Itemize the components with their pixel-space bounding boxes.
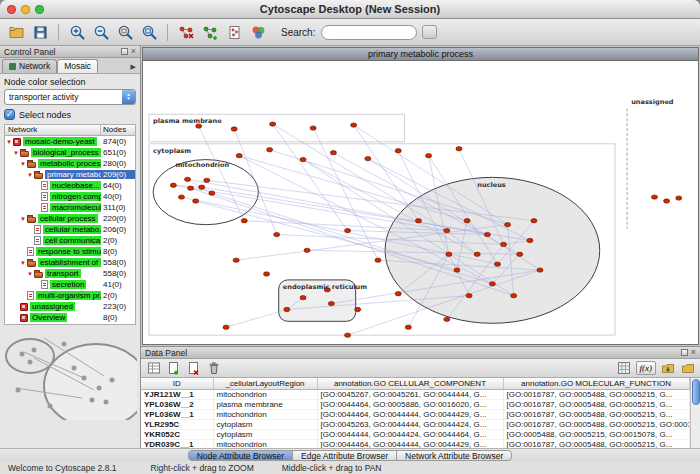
- network-node[interactable]: [511, 294, 517, 298]
- zoom-out-button[interactable]: [90, 21, 112, 43]
- network-node[interactable]: [236, 153, 242, 157]
- tab-mosaic[interactable]: Mosaic: [57, 59, 98, 73]
- network-node[interactable]: [270, 122, 276, 126]
- network-node[interactable]: [426, 153, 432, 157]
- tree-row[interactable]: ▼mosaic-demo-yeast874(0): [5, 136, 135, 147]
- select-attributes-button[interactable]: [145, 360, 162, 376]
- network-node[interactable]: [505, 223, 511, 227]
- network-node[interactable]: [264, 272, 270, 276]
- tree-row[interactable]: ▼biological_process651(0): [5, 147, 135, 158]
- create-attribute-button[interactable]: [165, 360, 182, 376]
- column-header[interactable]: ID: [141, 378, 213, 389]
- table-cell[interactable]: YJR121W__1: [141, 389, 213, 399]
- network-node[interactable]: [415, 219, 421, 223]
- tree-expander-icon[interactable]: ▼: [12, 150, 20, 156]
- tree-row[interactable]: ▼primary metabo...209(0): [5, 169, 135, 180]
- network-node[interactable]: [274, 232, 280, 236]
- tree-row[interactable]: cellular metabo...206(0): [5, 224, 135, 235]
- table-cell[interactable]: [GO:0005488, GO:0005215, GO:0015078, G..…: [503, 429, 689, 439]
- table-cell[interactable]: [GO:0016787, GO:0005488, GO:0005215, G..…: [503, 409, 689, 419]
- network-node[interactable]: [537, 268, 543, 272]
- tree-row[interactable]: secretion41(0): [5, 279, 135, 290]
- minimize-window-button[interactable]: [21, 5, 30, 14]
- table-cell[interactable]: [GO:0016787, GO:0005488, GO:0005215, G..…: [503, 389, 689, 399]
- network-edge[interactable]: [226, 309, 287, 327]
- tab-node-attribute-browser[interactable]: Node Attribute Browser: [188, 450, 293, 461]
- load-attributes-button[interactable]: [679, 360, 696, 376]
- node-color-dropdown[interactable]: transporter activity ▲ ▼: [4, 89, 136, 105]
- import-attributes-button[interactable]: [659, 360, 676, 376]
- open-session-button[interactable]: [5, 21, 27, 43]
- select-nodes-option[interactable]: ✓ Select nodes: [4, 109, 136, 120]
- table-cell[interactable]: [GO:0044464, GO:0005886, GO:0016020, G..…: [317, 399, 503, 409]
- tree-row[interactable]: multi-organism pr...2(0): [5, 290, 135, 301]
- tab-network-attribute-browser[interactable]: Network Attribute Browser: [396, 450, 512, 461]
- zoom-window-button[interactable]: [35, 5, 44, 14]
- network-node[interactable]: [365, 156, 371, 160]
- network-node[interactable]: [446, 252, 452, 256]
- network-node[interactable]: [464, 219, 470, 223]
- table-cell[interactable]: [GO:0016787, GO:0005488, GO:0005215, G..…: [503, 399, 689, 409]
- tree-node-label[interactable]: nitrogen compo...: [50, 192, 101, 201]
- network-node[interactable]: [375, 258, 381, 262]
- network-node[interactable]: [494, 262, 500, 266]
- network-node[interactable]: [204, 178, 210, 182]
- table-cell[interactable]: [GO:0044464, GO:0044444, GO:0044429, G..…: [317, 409, 503, 419]
- network-hierarchy-tree[interactable]: ▼mosaic-demo-yeast874(0)▼biological_proc…: [4, 135, 136, 325]
- network-node[interactable]: [241, 219, 247, 223]
- network-node[interactable]: [484, 232, 490, 236]
- tree-node-label[interactable]: Overview: [30, 313, 67, 322]
- tree-row[interactable]: nucleobase...64(0): [5, 180, 135, 191]
- tab-edge-attribute-browser[interactable]: Edge Attribute Browser: [292, 450, 397, 461]
- tree-row[interactable]: cell communica...2(0): [5, 235, 135, 246]
- tree-expander-icon[interactable]: ▼: [5, 139, 13, 145]
- tree-node-label[interactable]: mosaic-demo-yeast: [23, 137, 97, 146]
- tree-expander-icon[interactable]: ▼: [19, 161, 27, 167]
- new-network-from-selection-button[interactable]: [199, 21, 221, 43]
- network-canvas[interactable]: plasma membranecytoplasmmitochondrionnuc…: [143, 61, 698, 344]
- network-node[interactable]: [223, 325, 229, 329]
- tree-node-label[interactable]: transport: [45, 269, 81, 278]
- tree-node-label[interactable]: cell communica...: [43, 236, 101, 245]
- tree-row[interactable]: unassigned223(0): [5, 301, 135, 312]
- tree-node-label[interactable]: macromolecule...: [50, 203, 101, 212]
- network-node[interactable]: [330, 151, 336, 155]
- float-panel-icon[interactable]: [681, 349, 688, 356]
- column-header[interactable]: annotation.GO MOLECULAR_FUNCTION: [503, 378, 689, 389]
- network-node[interactable]: [345, 228, 351, 232]
- network-node[interactable]: [395, 292, 401, 296]
- zoom-selected-region-button[interactable]: [114, 21, 136, 43]
- network-node[interactable]: [199, 185, 205, 189]
- tree-row[interactable]: ▼cellular process220(0): [5, 213, 135, 224]
- network-edge[interactable]: [273, 124, 447, 230]
- network-node[interactable]: [300, 295, 306, 299]
- tree-expander-icon[interactable]: ▼: [26, 271, 34, 277]
- network-node[interactable]: [233, 258, 239, 262]
- network-node[interactable]: [531, 219, 537, 223]
- table-cell[interactable]: YPL036W__1: [141, 409, 213, 419]
- network-node[interactable]: [304, 248, 310, 252]
- window-titlebar[interactable]: Cytoscape Desktop (New Session): [0, 0, 700, 19]
- tree-node-label[interactable]: biological_process: [31, 148, 101, 157]
- tree-row[interactable]: Overview8(0): [5, 312, 135, 323]
- table-cell[interactable]: cytoplasm: [213, 429, 317, 439]
- delete-attribute-button[interactable]: [185, 360, 202, 376]
- network-node[interactable]: [351, 123, 357, 127]
- table-cell[interactable]: YKR052C: [141, 429, 213, 439]
- network-node[interactable]: [456, 147, 462, 151]
- tree-node-label[interactable]: response to stimul...: [36, 247, 101, 256]
- hide-selected-button[interactable]: [175, 21, 197, 43]
- tree-node-label[interactable]: establishment of l...: [38, 258, 101, 267]
- network-node[interactable]: [185, 177, 191, 181]
- table-row[interactable]: YPL036W__1mitochondrion[GO:0044464, GO:0…: [141, 409, 689, 419]
- table-row[interactable]: YJR121W__1mitochondrion[GO:0045267, GO:0…: [141, 389, 689, 399]
- tree-row[interactable]: ▼transport558(0): [5, 268, 135, 279]
- table-cell[interactable]: [GO:0044444, GO:0044424, GO:0044464, G..…: [317, 429, 503, 439]
- tree-row[interactable]: ▼metabolic process280(0): [5, 158, 135, 169]
- network-edge[interactable]: [199, 126, 245, 221]
- network-node[interactable]: [231, 127, 237, 131]
- table-cell[interactable]: plasma membrane: [213, 399, 317, 409]
- network-node[interactable]: [405, 325, 411, 329]
- close-panel-icon[interactable]: ×: [131, 48, 136, 55]
- data-panel-titlebar[interactable]: Data Panel ×: [141, 347, 700, 359]
